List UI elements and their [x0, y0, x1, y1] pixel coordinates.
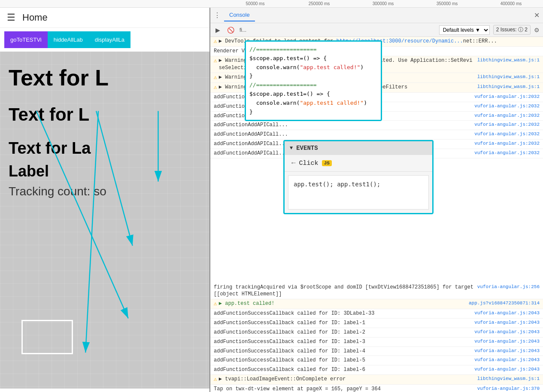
console-file-link[interactable]: vuforia-angular.js:2032	[471, 150, 540, 156]
hide-all-labels-button[interactable]: hiddeAllLab	[48, 31, 89, 48]
right-panel: ⋮ Console ✕ ▶ 🚫 fi... Default levels ▼ 2…	[210, 8, 543, 392]
label-text-4: Label	[9, 162, 49, 180]
console-row: ⚠ ▶ tvapi::LoadImageEvent::OnComplete er…	[210, 375, 543, 385]
console-msg: firing trackingAcquired via $rootScope a…	[214, 284, 474, 298]
events-panel: ▼ EVENTS ← Click JS app.test(); app.test…	[283, 140, 434, 214]
console-file-link[interactable]: vuforia-angular.js:2043	[471, 338, 540, 345]
console-row: addFunctionSuccessCallback called for ID…	[210, 328, 543, 337]
console-row: addFunctionSuccessCallback called for ID…	[210, 337, 543, 347]
console-file-link[interactable]: vuforia-angular.js:2032	[471, 103, 540, 109]
console-row: addFunctionSuccessCallback called for ID…	[210, 365, 543, 375]
console-file-link[interactable]: vuforia-angular.js:2032	[471, 112, 540, 119]
code-line-7: console.warn("app.test1 called!")	[249, 99, 377, 108]
console-row: addFunctionSuccessCallback called for ID…	[210, 319, 543, 328]
console-row: Tap on twx-dt-view element at pageX = 16…	[210, 385, 543, 392]
code-line-2: $scope.app.test=() => {	[249, 54, 377, 63]
console-file-link[interactable]: vuforia-angular.js:2043	[471, 319, 540, 326]
white-rect	[21, 320, 73, 354]
events-row: ← Click JS	[285, 155, 432, 172]
warn-icon: ⚠	[214, 57, 217, 65]
chevron-down-icon: ▼	[290, 145, 293, 151]
devtools-dots-icon: ⋮	[214, 11, 221, 19]
levels-select[interactable]: Default levels ▼	[439, 25, 490, 35]
label-text-1: Text for L	[9, 64, 109, 91]
label-text-2: Text for L	[9, 104, 89, 125]
console-file-link[interactable]: app.js?v1688472350871:314	[465, 300, 540, 307]
console-row: addFunctionSuccessCallback called for ID…	[210, 347, 543, 356]
console-row: addFunctionSuccessCallback called for ID…	[210, 356, 543, 365]
console-content[interactable]: //================== $scope.app.test=() …	[210, 37, 543, 392]
mobile-header: ☰ Home	[0, 8, 209, 28]
warn-icon: ⚠	[214, 74, 217, 82]
console-msg: addFunctionSuccessCallback called for ID…	[214, 310, 471, 317]
play-button[interactable]: ▶	[214, 26, 222, 34]
console-msg: addFunctionAddAPICall...	[214, 122, 471, 129]
events-title: EVENTS	[296, 145, 318, 152]
arrow-left-icon: ←	[291, 159, 296, 167]
console-file-link[interactable]: vuforia-angular.js:2043	[471, 357, 540, 363]
console-msg: addFunctionSuccessCallback called for ID…	[214, 366, 471, 374]
devtools-toolbar: ⋮ Console ✕	[210, 8, 543, 23]
label-count: Tracking count: so	[9, 185, 106, 198]
console-msg: addFunctionSuccessCallback called for ID…	[214, 357, 471, 364]
js-badge: JS	[322, 160, 332, 166]
console-file-link[interactable]: vuforia-angular.js:2032	[471, 94, 540, 100]
timeline-marker-3: 300000 ms	[351, 1, 415, 6]
code-line-5: //==================	[249, 81, 377, 90]
console-file-link[interactable]: libthingview_wasm.js:1	[474, 376, 540, 382]
console-row: addFunctionAddAPICall... vuforia-angular…	[210, 130, 543, 140]
console-toolbar: ▶ 🚫 fi... Default levels ▼ 2 Issues: ⓘ 2…	[210, 23, 543, 37]
events-code-value: app.test(); app.test1();	[294, 181, 380, 188]
console-row: firing trackingAcquired via $rootScope a…	[210, 283, 543, 300]
console-msg: Tap on twx-dt-view element at pageX = 16…	[214, 386, 474, 392]
console-file-link[interactable]: vuforia-angular.js:2032	[471, 122, 540, 128]
home-title: Home	[22, 12, 48, 23]
console-file-link[interactable]: libthingview_wasm.js:1	[474, 57, 540, 64]
console-file-link[interactable]: vuforia-angular.js:256	[474, 284, 540, 290]
code-popup: //================== $scope.app.test=() …	[245, 40, 382, 121]
timeline-marker-1: 50000 ms	[223, 1, 287, 6]
events-header: ▼ EVENTS	[285, 141, 432, 155]
console-msg: addFunctionSuccessCallback called for ID…	[214, 348, 471, 355]
console-file-link[interactable]: vuforia-angular.js:2043	[471, 310, 540, 316]
console-msg: addFunctionSuccessCallback called for ID…	[214, 319, 471, 327]
console-file-link[interactable]: vuforia-angular.js:2043	[471, 348, 540, 354]
display-all-labels-button[interactable]: displayAllLa	[89, 31, 130, 48]
warn-icon: ⚠	[214, 300, 217, 308]
console-msg: addFunctionAddAPICall...	[214, 131, 471, 138]
console-msg: ▶ tvapi::LoadImageEvent::OnComplete erro…	[219, 376, 474, 383]
filter-label: fi...	[240, 27, 246, 33]
console-file-link[interactable]: vuforia-angular.js:370	[474, 386, 540, 392]
close-devtools-button[interactable]: ✕	[534, 11, 540, 19]
events-code-box: app.test(); app.test1();	[288, 175, 429, 210]
console-file-link[interactable]: vuforia-angular.js:2032	[471, 140, 540, 147]
main-content: ☰ Home goToTESTVi hiddeAllLab displayAll…	[0, 8, 543, 392]
console-row: addFunctionAddAPICall... vuforia-angular…	[210, 121, 543, 130]
click-event-label: Click	[299, 160, 319, 167]
issues-badge: 2 Issues: ⓘ 2	[493, 25, 531, 35]
console-file-link[interactable]: libthingview_wasm.js:1	[474, 74, 540, 80]
code-line-4: }	[249, 72, 377, 81]
warn-icon: ⚠	[214, 38, 217, 46]
label-text-3: Text for La	[9, 139, 91, 158]
console-file-link[interactable]: vuforia-angular.js:2032	[471, 131, 540, 137]
hamburger-icon[interactable]: ☰	[7, 12, 15, 23]
clear-console-button[interactable]: 🚫	[225, 26, 236, 34]
console-msg: addFunctionSuccessCallback called for ID…	[214, 329, 471, 336]
goto-test-button[interactable]: goToTESTVi	[4, 31, 48, 48]
left-panel: ☰ Home goToTESTVi hiddeAllLab displayAll…	[0, 8, 210, 392]
console-file-link[interactable]: vuforia-angular.js:2043	[471, 329, 540, 335]
console-msg: ▶ app.test called!	[219, 300, 465, 307]
timeline-marker-5: 400000 ms	[479, 1, 543, 6]
console-row: ⚠ ▶ app.test called! app.js?v16884723508…	[210, 299, 543, 309]
console-file-link[interactable]: libthingview_wasm.js:1	[474, 84, 540, 90]
code-line-6: $scope.app.test1=() => {	[249, 90, 377, 99]
button-row: goToTESTVi hiddeAllLab displayAllLa	[0, 28, 209, 52]
tab-console[interactable]: Console	[224, 9, 255, 21]
console-row: addFunctionSuccessCallback called for ID…	[210, 309, 543, 319]
gear-icon[interactable]: ⚙	[534, 27, 540, 33]
app-canvas: Text for L Text for L Text for La Label …	[0, 52, 209, 389]
warn-icon: ⚠	[214, 376, 217, 383]
warn-icon: ⚠	[214, 84, 217, 91]
console-file-link[interactable]: vuforia-angular.js:2043	[471, 366, 540, 373]
